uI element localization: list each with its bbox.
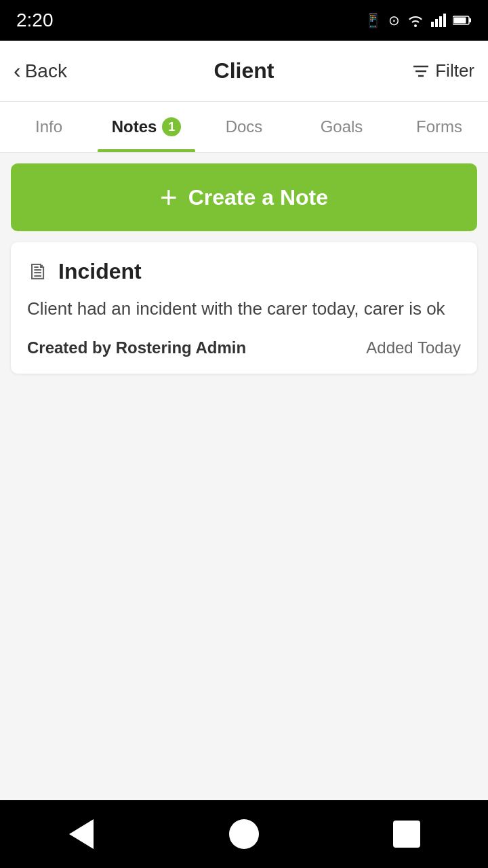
filter-button[interactable]: Filter [412, 60, 474, 81]
tab-notes[interactable]: Notes 1 [98, 102, 195, 152]
svg-rect-3 [443, 14, 446, 27]
tab-goals[interactable]: Goals [293, 102, 390, 152]
svg-rect-5 [454, 18, 466, 24]
tab-docs-label: Docs [226, 117, 263, 136]
nav-back-button[interactable] [54, 814, 108, 854]
create-note-plus-icon: + [160, 182, 178, 212]
tab-docs[interactable]: Docs [195, 102, 293, 152]
tab-forms[interactable]: Forms [390, 102, 488, 152]
create-note-button[interactable]: + Create a Note [11, 163, 477, 231]
nav-square-icon [393, 821, 420, 848]
note-title: Incident [58, 259, 142, 284]
tab-info-label: Info [35, 117, 62, 136]
create-note-label: Create a Note [188, 185, 328, 210]
tab-forms-label: Forms [416, 117, 462, 136]
note-date: Added Today [366, 338, 461, 357]
page-title: Client [214, 58, 274, 83]
svg-rect-0 [431, 22, 434, 27]
svg-rect-1 [435, 19, 438, 27]
note-card[interactable]: 🗎 Incident Client had an incident with t… [11, 242, 477, 374]
wifi-icon [407, 14, 424, 27]
nav-back-triangle-icon [69, 819, 94, 849]
filter-icon [412, 64, 430, 79]
circle-icon: ⊙ [388, 12, 400, 28]
sim-icon: 📱 [365, 12, 382, 28]
note-creator: Created by Rostering Admin [27, 338, 246, 357]
status-time: 2:20 [16, 9, 54, 31]
note-meta: Created by Rostering Admin Added Today [27, 338, 461, 357]
tab-info[interactable]: Info [0, 102, 98, 152]
note-title-row: 🗎 Incident [27, 258, 461, 285]
tab-notes-badge: 1 [162, 117, 181, 136]
svg-rect-2 [439, 16, 442, 27]
tab-goals-label: Goals [321, 117, 363, 136]
tabs-container: Info Notes 1 Docs Goals Forms [0, 102, 488, 153]
tab-notes-label: Notes [112, 117, 157, 136]
back-arrow-icon: ‹ [14, 58, 21, 83]
nav-square-button[interactable] [380, 814, 434, 854]
nav-bar: ‹ Back Client Filter [0, 41, 488, 102]
nav-home-circle-icon [229, 819, 259, 849]
back-button[interactable]: ‹ Back [14, 58, 67, 83]
nav-home-button[interactable] [217, 814, 271, 854]
status-bar: 2:20 📱 ⊙ [0, 0, 488, 41]
bottom-nav [0, 800, 488, 868]
status-icons: 📱 ⊙ [365, 12, 472, 28]
main-content: + Create a Note 🗎 Incident Client had an… [0, 153, 488, 800]
back-label: Back [25, 60, 67, 82]
signal-icon [431, 14, 446, 27]
note-file-icon: 🗎 [27, 258, 50, 285]
note-body: Client had an incident with the carer to… [27, 296, 461, 322]
battery-icon [453, 15, 472, 26]
svg-rect-6 [469, 18, 471, 22]
filter-label: Filter [435, 60, 474, 81]
